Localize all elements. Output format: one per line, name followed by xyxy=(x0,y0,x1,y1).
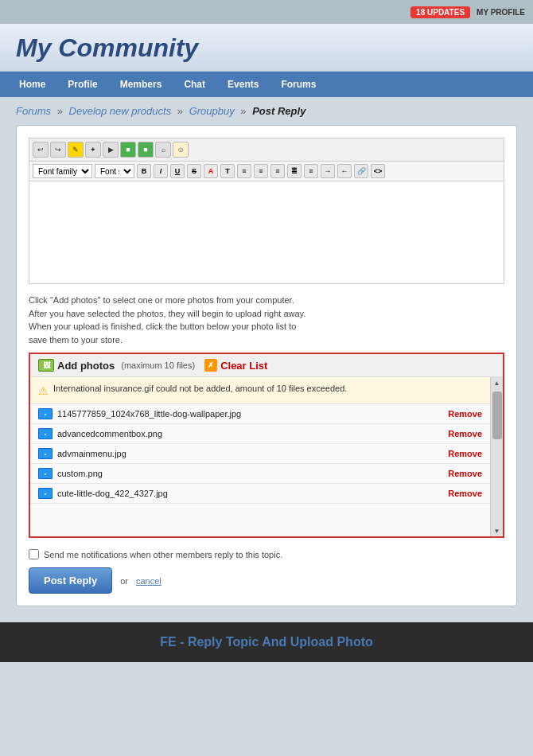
format-highlight[interactable]: T xyxy=(220,164,235,178)
post-reply-button[interactable]: Post Reply xyxy=(29,567,112,594)
remove-button-4[interactable]: Remove xyxy=(448,469,482,478)
format-link[interactable]: 🔗 xyxy=(354,164,368,178)
toolbar-star[interactable]: ✦ xyxy=(85,142,101,158)
updates-badge[interactable]: 18 UPDATES xyxy=(410,6,470,18)
clear-list-button[interactable]: ✗ Clear List xyxy=(204,359,267,372)
file-row: ▪ advancedcommentbox.png Remove xyxy=(30,424,490,444)
sep2: » xyxy=(177,105,186,117)
toolbar-green2[interactable]: ■ xyxy=(138,142,154,158)
format-list-ol[interactable]: ≡ xyxy=(304,164,318,178)
format-bold[interactable]: B xyxy=(137,164,151,178)
file-name-5: cute-little-dog_422_4327.jpg xyxy=(57,489,443,498)
file-thumb-3: ▪ xyxy=(38,448,53,459)
nav-item-forums[interactable]: Forums xyxy=(270,74,327,95)
sep1: » xyxy=(57,105,66,117)
file-name-2: advancedcommentbox.png xyxy=(57,429,443,438)
format-code[interactable]: <> xyxy=(371,164,385,178)
toolbar-smiley[interactable]: ☺ xyxy=(173,142,189,158)
remove-button-1[interactable]: Remove xyxy=(448,409,482,419)
page-footer-text: FE - Reply Topic And Upload Photo xyxy=(160,635,373,649)
file-list-inner: ⚠ International insurance.gif could not … xyxy=(30,377,490,536)
format-outdent[interactable]: ← xyxy=(337,164,352,178)
my-profile-link[interactable]: MY PROFILE xyxy=(477,8,525,17)
format-align-left[interactable]: ≡ xyxy=(237,164,251,178)
upload-description: Click "Add photos" to select one or more… xyxy=(29,294,504,346)
format-list-ul[interactable]: ≣ xyxy=(287,164,302,178)
format-strike[interactable]: S xyxy=(187,164,201,178)
toolbar-color1[interactable]: ✎ xyxy=(68,142,84,158)
toolbar-redo[interactable]: ↪ xyxy=(50,142,66,158)
add-photos-label: Add photos xyxy=(57,360,115,372)
cancel-link[interactable]: cancel xyxy=(136,576,161,586)
breadcrumb-forums[interactable]: Forums xyxy=(16,105,51,117)
file-row: ▪ 1145777859_1024x768_little-dog-wallpap… xyxy=(30,404,490,424)
remove-button-3[interactable]: Remove xyxy=(448,449,482,458)
nav-bar: Home Profile Members Chat Events Forums xyxy=(0,72,533,97)
file-thumb-2: ▪ xyxy=(38,428,53,439)
site-header: My Community xyxy=(0,24,533,72)
upload-panel-header: 🖼 Add photos (maximum 10 files) ✗ Clear … xyxy=(30,354,503,377)
file-thumb-1: ▪ xyxy=(38,408,53,419)
nav-item-events[interactable]: Events xyxy=(216,74,270,95)
editor-toolbar-format: Font family Font size B I U S A T ≡ ≡ ≡ … xyxy=(29,161,504,181)
notification-checkbox[interactable] xyxy=(29,549,39,559)
nav-item-members[interactable]: Members xyxy=(109,74,173,95)
file-row: ▪ advmainmenu.jpg Remove xyxy=(30,444,490,464)
file-thumb-5: ▪ xyxy=(38,488,53,499)
breadcrumb-groupbuy[interactable]: Groupbuy xyxy=(189,105,235,117)
remove-button-2[interactable]: Remove xyxy=(448,429,482,438)
breadcrumb: Forums » Develop new products » Groupbuy… xyxy=(0,97,533,125)
or-text: or xyxy=(120,576,128,586)
scrollbar[interactable]: ▲ ▼ xyxy=(490,377,503,536)
toolbar-undo[interactable]: ↩ xyxy=(33,142,49,158)
format-italic[interactable]: I xyxy=(154,164,168,178)
file-thumb-4: ▪ xyxy=(38,468,53,479)
site-title: My Community xyxy=(16,33,517,63)
editor-toolbar-top: ↩ ↪ ✎ ✦ ▶ ■ ■ ⌕ ☺ xyxy=(29,138,504,161)
scroll-up-arrow[interactable]: ▲ xyxy=(492,377,503,388)
editor-area[interactable] xyxy=(29,181,504,284)
warning-icon: ⚠ xyxy=(38,384,49,397)
clear-icon: ✗ xyxy=(204,359,217,372)
file-name-1: 1145777859_1024x768_little-dog-wallpaper… xyxy=(57,409,443,419)
format-align-center[interactable]: ≡ xyxy=(254,164,268,178)
scrollbar-thumb[interactable] xyxy=(492,392,502,439)
action-row: Post Reply or cancel xyxy=(29,567,504,594)
format-align-right[interactable]: ≡ xyxy=(270,164,285,178)
error-message: ⚠ International insurance.gif could not … xyxy=(30,377,490,404)
file-name-3: advmainmenu.jpg xyxy=(57,449,443,458)
format-underline[interactable]: U xyxy=(170,164,185,178)
file-row: ▪ custom.png Remove xyxy=(30,464,490,484)
notification-label[interactable]: Send me notifications when other members… xyxy=(44,550,282,559)
font-family-select[interactable]: Font family xyxy=(33,164,92,178)
file-row: ▪ cute-little-dog_422_4327.jpg Remove xyxy=(30,484,490,504)
breadcrumb-current: Post Reply xyxy=(252,105,305,117)
nav-item-home[interactable]: Home xyxy=(8,74,56,95)
breadcrumb-develop[interactable]: Develop new products xyxy=(69,105,172,117)
file-list-area: ⚠ International insurance.gif could not … xyxy=(30,377,503,536)
toolbar-search[interactable]: ⌕ xyxy=(155,142,171,158)
sep3: » xyxy=(240,105,249,117)
upload-panel: 🖼 Add photos (maximum 10 files) ✗ Clear … xyxy=(29,353,504,538)
toolbar-green1[interactable]: ■ xyxy=(120,142,136,158)
notification-row: Send me notifications when other members… xyxy=(29,549,504,559)
top-bar: 18 UPDATES MY PROFILE xyxy=(0,0,533,24)
nav-item-profile[interactable]: Profile xyxy=(56,74,108,95)
photo-icon: 🖼 xyxy=(38,359,54,372)
max-files-text: (maximum 10 files) xyxy=(121,360,195,370)
nav-item-chat[interactable]: Chat xyxy=(173,74,216,95)
page-footer: FE - Reply Topic And Upload Photo xyxy=(0,622,533,662)
scroll-down-arrow[interactable]: ▼ xyxy=(492,525,503,536)
file-name-4: custom.png xyxy=(57,469,443,478)
error-text: International insurance.gif could not be… xyxy=(53,384,347,393)
format-indent[interactable]: → xyxy=(321,164,335,178)
format-fontcolor[interactable]: A xyxy=(204,164,218,178)
add-photos-button[interactable]: 🖼 Add photos xyxy=(38,359,115,372)
clear-list-label: Clear List xyxy=(220,360,267,372)
toolbar-play[interactable]: ▶ xyxy=(103,142,119,158)
remove-button-5[interactable]: Remove xyxy=(448,489,482,498)
main-content: ↩ ↪ ✎ ✦ ▶ ■ ■ ⌕ ☺ Font family Font size … xyxy=(16,125,517,606)
font-size-select[interactable]: Font size xyxy=(95,164,134,178)
